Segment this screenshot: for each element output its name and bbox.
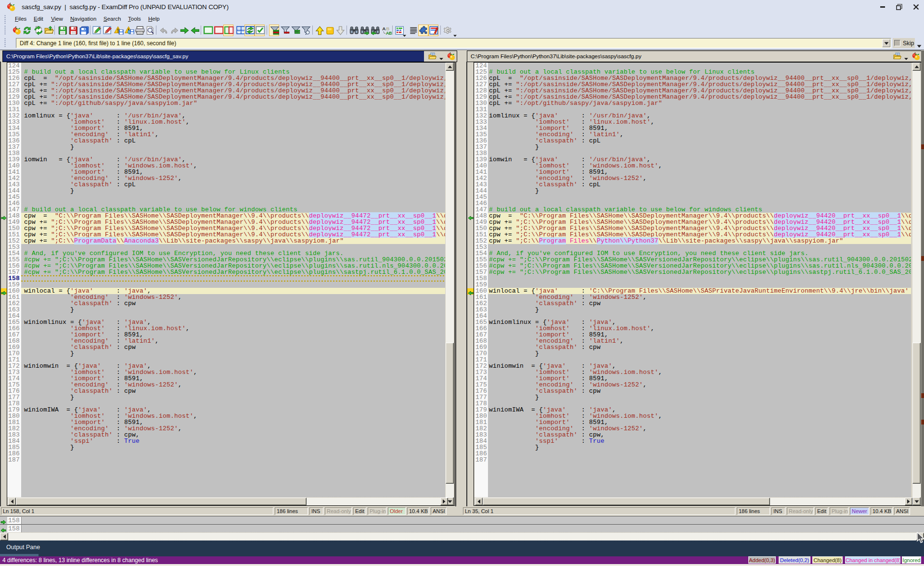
- svg-text:A: A: [382, 26, 385, 31]
- svg-text:B: B: [389, 31, 392, 35]
